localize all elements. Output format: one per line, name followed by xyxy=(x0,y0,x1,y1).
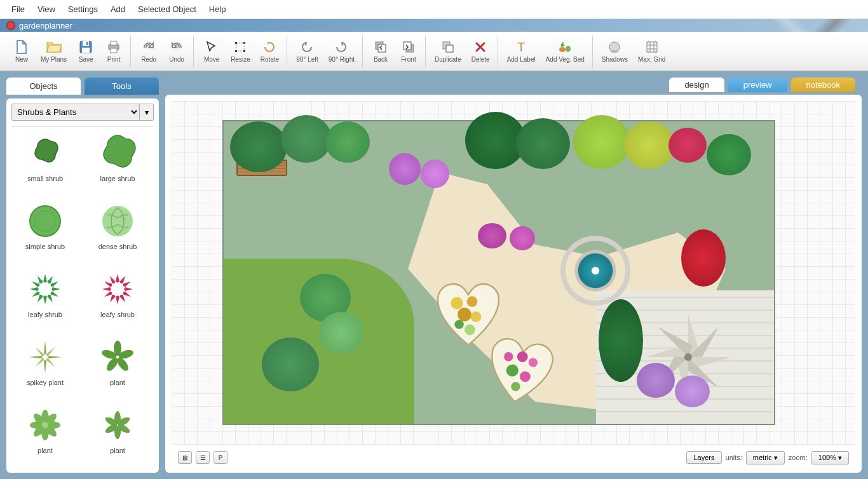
units-select[interactable]: metric ▾ xyxy=(746,451,785,464)
rotate-90-right-button[interactable]: 90° Right xyxy=(325,38,358,64)
design-canvas[interactable] xyxy=(172,101,855,445)
fountain[interactable] xyxy=(560,236,630,306)
veg-bed-icon xyxy=(557,39,573,55)
shrub[interactable] xyxy=(707,134,751,175)
add-label-button[interactable]: TAdd Label xyxy=(503,38,539,64)
object-simple-shrub[interactable]: simple shrub xyxy=(11,198,79,264)
list-view-icon[interactable]: ☰ xyxy=(196,451,210,464)
shrub[interactable] xyxy=(262,337,319,391)
sidebar-tab-tools[interactable]: Tools xyxy=(85,78,159,95)
svg-point-31 xyxy=(42,422,48,428)
canvas-tab-preview[interactable]: preview xyxy=(728,78,787,92)
grid-view-icon[interactable]: ⊞ xyxy=(178,451,192,464)
object-plant-flower-1[interactable]: plant xyxy=(11,402,79,468)
property-view-icon[interactable]: P xyxy=(214,451,227,464)
flower-cluster[interactable] xyxy=(681,229,726,287)
toolbar: New My Plans Save Print Redo Undo Move R… xyxy=(0,32,868,71)
object-plant-flower-2[interactable]: plant xyxy=(84,402,151,468)
object-large-shrub[interactable]: large shrub xyxy=(84,130,151,196)
menu-help[interactable]: Help xyxy=(203,2,233,17)
layers-button[interactable]: Layers xyxy=(686,451,721,464)
resize-button[interactable]: Resize xyxy=(227,38,254,64)
canvas-tab-design[interactable]: design xyxy=(669,78,724,92)
canvas-area: design preview notebook xyxy=(165,78,862,473)
rotate-button[interactable]: Rotate xyxy=(257,38,283,64)
svg-rect-17 xyxy=(446,45,453,52)
object-leafy-shrub-red[interactable]: leafy shrub xyxy=(84,266,151,332)
shrub[interactable] xyxy=(319,312,363,353)
max-grid-button[interactable]: Max. Grid xyxy=(634,38,669,64)
brand-logo-icon xyxy=(6,21,15,30)
workspace: Objects Tools Shrubs & Plants ▾ small sh… xyxy=(0,71,868,479)
svg-point-35 xyxy=(471,311,482,322)
sidebar: Objects Tools Shrubs & Plants ▾ small sh… xyxy=(6,78,159,473)
divider xyxy=(11,126,154,126)
heart-flower-bed-2[interactable] xyxy=(472,331,567,421)
flower-cluster[interactable] xyxy=(675,376,710,407)
shrub[interactable] xyxy=(325,121,370,163)
undo-icon xyxy=(169,39,184,55)
duplicate-button[interactable]: Duplicate xyxy=(431,38,465,64)
save-icon xyxy=(78,39,93,55)
menu-file[interactable]: File xyxy=(5,2,31,17)
shadows-button[interactable]: Shadows xyxy=(598,38,632,64)
object-dense-shrub[interactable]: dense shrub xyxy=(84,198,151,264)
rotate-left-icon xyxy=(299,39,315,55)
text-icon: T xyxy=(513,39,529,55)
shadows-icon xyxy=(607,39,622,55)
move-button[interactable]: Move xyxy=(199,38,224,64)
undo-button[interactable]: Undo xyxy=(164,38,189,64)
svg-rect-3 xyxy=(82,48,90,53)
svg-point-44 xyxy=(684,353,692,361)
svg-point-22 xyxy=(610,50,619,53)
canvas-tab-notebook[interactable]: notebook xyxy=(791,78,856,92)
shrub[interactable] xyxy=(624,121,675,169)
save-button[interactable]: Save xyxy=(73,38,98,64)
print-button[interactable]: Print xyxy=(101,38,126,64)
my-plans-button[interactable]: My Plans xyxy=(37,38,71,64)
shrub[interactable] xyxy=(573,115,630,169)
object-list[interactable]: small shrub large shrub simple shrub den… xyxy=(11,130,154,468)
redo-icon xyxy=(141,39,156,55)
object-plant-leaf[interactable]: plant xyxy=(84,334,151,400)
flower-cluster[interactable] xyxy=(510,226,535,250)
flower-cluster[interactable] xyxy=(478,223,506,248)
svg-rect-11 xyxy=(236,43,244,51)
redo-button[interactable]: Redo xyxy=(136,38,161,64)
flower-cluster[interactable] xyxy=(637,363,675,398)
brand-bar: gardenplanner xyxy=(0,19,868,32)
canvas-tabs: design preview notebook xyxy=(165,78,862,92)
menu-selected-object[interactable]: Selected Object xyxy=(132,2,203,17)
category-select[interactable]: Shrubs & Plants xyxy=(11,104,140,121)
garden-plot[interactable] xyxy=(222,120,775,425)
shrub[interactable] xyxy=(516,118,570,169)
object-small-shrub[interactable]: small shrub xyxy=(11,130,79,196)
zoom-select[interactable]: 100% ▾ xyxy=(811,451,849,464)
category-dropdown-icon[interactable]: ▾ xyxy=(140,104,154,121)
add-veg-bed-button[interactable]: Add Veg. Bed xyxy=(542,38,588,64)
bring-front-button[interactable]: Front xyxy=(396,38,421,64)
svg-point-36 xyxy=(454,320,463,329)
delete-button[interactable]: Delete xyxy=(468,38,494,64)
send-back-button[interactable]: Back xyxy=(368,38,393,64)
menu-add[interactable]: Add xyxy=(104,2,132,17)
flower-cluster[interactable] xyxy=(668,128,707,163)
object-leafy-shrub-green[interactable]: leafy shrub xyxy=(11,266,79,332)
rotate-90-left-button[interactable]: 90° Left xyxy=(292,38,322,64)
svg-point-23 xyxy=(30,206,60,236)
sidebar-tab-objects[interactable]: Objects xyxy=(6,78,81,95)
shrub[interactable] xyxy=(281,115,332,163)
svg-rect-13 xyxy=(378,44,386,52)
shrub[interactable] xyxy=(599,299,643,382)
resize-icon xyxy=(233,39,248,55)
flower-cluster[interactable] xyxy=(389,153,421,185)
shrub[interactable] xyxy=(230,121,287,172)
object-spikey-plant[interactable]: spikey plant xyxy=(11,334,79,400)
menu-settings[interactable]: Settings xyxy=(62,2,104,17)
duplicate-icon xyxy=(440,39,456,55)
flower-cluster[interactable] xyxy=(421,159,449,188)
new-button[interactable]: New xyxy=(9,38,34,64)
send-back-icon xyxy=(373,39,388,55)
menu-view[interactable]: View xyxy=(31,2,62,17)
zoom-label: zoom: xyxy=(789,454,808,461)
